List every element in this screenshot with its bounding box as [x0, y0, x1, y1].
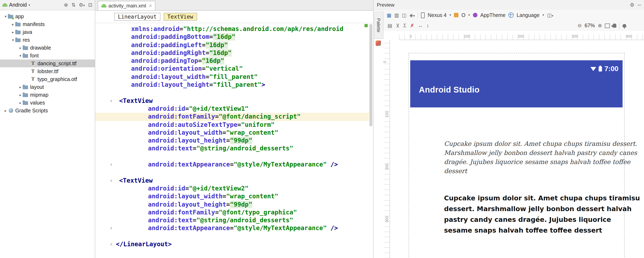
tree-item-gradle-scripts[interactable]: ▸Gradle Scripts [0, 107, 95, 114]
code-line[interactable]: android:paddingRight="16dp" [95, 49, 369, 57]
collapse-all-icon[interactable]: ⇅ [71, 3, 76, 8]
code-line[interactable]: android:layout_height="99dp" [95, 137, 369, 145]
notifications-bell-icon[interactable] [622, 24, 626, 27]
device-selector[interactable]: Nexus 4 [428, 12, 447, 18]
locate-file-icon[interactable]: ⊕ [64, 3, 68, 8]
collapsed-arrow-icon[interactable]: ▸ [18, 85, 23, 89]
device-preview-frame[interactable]: 7:00 Android Studio Cupcake ipsum dolor … [408, 53, 624, 258]
chevron-down-icon[interactable]: ▾ [28, 3, 30, 7]
show-layout-icon[interactable]: ▤ [388, 23, 392, 28]
fold-marker-icon[interactable]: ∨ [110, 97, 112, 105]
orientation-selector[interactable]: O [461, 12, 465, 18]
expand-vertical-icon[interactable]: ↕ [426, 23, 429, 28]
code-line[interactable]: android:id="@+id/textView1" [95, 105, 369, 113]
tree-item-manifests[interactable]: ▸manifests [0, 20, 95, 28]
tree-item-font[interactable]: ▾font [0, 52, 95, 60]
code-line[interactable]: android:text="@string/android_desserts" [95, 216, 369, 224]
code-line[interactable]: ∧</LinearLayout> [95, 240, 369, 248]
code-line[interactable]: android:paddingTop="16dp" [95, 57, 369, 65]
pan-hand-icon[interactable] [613, 24, 616, 28]
collapsed-arrow-icon[interactable]: ▸ [11, 22, 15, 26]
chevron-down-icon[interactable]: ▾ [450, 13, 451, 17]
code-line[interactable] [95, 153, 369, 161]
code-line[interactable]: android:paddingBottom="16dp" [95, 33, 369, 41]
code-line-current[interactable]: android:fontFamily="@font/dancing_script… [95, 113, 369, 121]
tree-item-java[interactable]: ▸java [0, 28, 95, 36]
split-surface-icon[interactable]: ◫ [402, 13, 406, 18]
sum-constraints-icon[interactable]: Σ [403, 23, 406, 28]
design-surface-icon[interactable]: ▦ [387, 13, 392, 18]
clear-constraints-icon[interactable]: ✗ [410, 23, 414, 28]
theme-selector[interactable]: AppTheme [480, 12, 506, 18]
zoom-out-icon[interactable]: ⊖ [578, 23, 582, 28]
code-line[interactable]: xmlns:android="http://schemas.android.co… [95, 25, 369, 33]
breadcrumb-textview[interactable]: TextView [164, 13, 197, 21]
palette-icon[interactable] [376, 41, 381, 46]
tree-item-lobster-ttf[interactable]: Tlobster.ttf [0, 67, 95, 75]
textview1-dancing-script[interactable]: Cupcake ipsum dolor sit. Amet chupa chup… [444, 139, 643, 176]
collapsed-arrow-icon[interactable]: ▸ [18, 93, 23, 97]
tree-item-values[interactable]: ▸values [0, 99, 95, 107]
code-line[interactable]: android:layout_height="fill_parent"> [95, 81, 369, 89]
inspection-status-icon[interactable] [364, 24, 368, 27]
settings-gear-icon[interactable]: ⚙▾ [79, 3, 85, 8]
tree-item-drawable[interactable]: ▸drawable [0, 44, 95, 52]
tree-item-typo-graphica-otf[interactable]: Ttypo_graphica.otf [0, 75, 95, 83]
code-line[interactable]: android:orientation="vertical" [95, 65, 369, 73]
code-line[interactable]: android:id="@+id/textView2" [95, 185, 369, 193]
code-line[interactable]: android:layout_width="fill_parent" [95, 73, 369, 81]
fold-marker-icon[interactable]: ∧ [110, 161, 112, 169]
code-line[interactable]: android:text="@string/android_desserts" [95, 145, 369, 153]
close-tab-icon[interactable]: × [149, 3, 152, 9]
code-line[interactable]: android:fontFamily="@font/typo_graphica" [95, 209, 369, 217]
collapsed-arrow-icon[interactable]: ▸ [11, 30, 15, 34]
code-line[interactable]: android:paddingLeft="16dp" [95, 41, 369, 49]
code-line[interactable]: ∧android:textAppearance="@style/MyTextAp… [95, 161, 369, 169]
preview-settings-gear-icon[interactable]: ⚙ [630, 2, 634, 8]
preview-hide-icon[interactable]: ─ [638, 2, 641, 8]
zoom-in-icon[interactable]: ⊕ [598, 23, 602, 28]
code-line[interactable]: android:layout_width="wrap_content" [95, 193, 369, 201]
code-line[interactable]: android:layout_width="wrap_content" [95, 129, 369, 137]
palette-tab[interactable]: Palette [374, 12, 384, 39]
code-line[interactable]: ∨<TextView [95, 97, 369, 105]
code-line[interactable]: android:autoSizeTextType="uniform" [95, 121, 369, 129]
layout-variant-icon[interactable]: ◫▾ [547, 13, 553, 18]
chevron-down-icon[interactable]: ▾ [542, 13, 544, 17]
editor-scrollbar[interactable] [370, 24, 372, 126]
code-editor[interactable]: xmlns:android="http://schemas.android.co… [95, 23, 369, 248]
tree-item-dancing-script-ttf[interactable]: Tdancing_script.ttf [0, 60, 95, 67]
fold-marker-icon[interactable]: ∨ [110, 177, 112, 185]
tree-item-layout[interactable]: ▸layout [0, 83, 95, 91]
tree-item-mipmap[interactable]: ▸mipmap [0, 91, 95, 99]
tree-item-res[interactable]: ▾res [0, 36, 95, 44]
code-line[interactable] [95, 232, 369, 240]
code-line[interactable]: ∨<TextView [95, 177, 369, 185]
expanded-arrow-icon[interactable]: ▾ [18, 54, 23, 58]
hide-panel-icon[interactable]: ⊡ [88, 3, 92, 8]
tree-item-app[interactable]: ▾app [0, 12, 95, 20]
code-line[interactable] [95, 89, 369, 97]
tab-activity-main-xml[interactable]: activity_main.xml × [98, 1, 156, 10]
collapsed-arrow-icon[interactable]: ▸ [18, 46, 23, 50]
code-line[interactable]: android:layout_height="99dp" [95, 201, 369, 209]
fold-marker-icon[interactable]: ∧ [110, 224, 112, 233]
sort-actions-icon[interactable]: ⊻ [396, 23, 400, 28]
code-line[interactable] [95, 169, 369, 177]
collapsed-arrow-icon[interactable]: ▸ [18, 101, 23, 105]
expanded-arrow-icon[interactable]: ▾ [11, 38, 15, 42]
chevron-down-icon[interactable]: ▾ [468, 13, 470, 17]
textview2-typo-graphica[interactable]: Cupcake ipsum dolor sit. Amet chupa chup… [444, 193, 641, 236]
zoom-to-fit-icon[interactable] [605, 23, 610, 28]
expanded-arrow-icon[interactable]: ▾ [3, 14, 8, 18]
locale-selector[interactable]: Language [516, 12, 540, 18]
blueprint-surface-icon[interactable]: ▥ [394, 13, 399, 18]
fold-marker-icon[interactable]: ∧ [110, 240, 112, 248]
project-view-selector[interactable]: Android [9, 2, 27, 8]
expand-horizontal-icon[interactable]: ↔ [418, 23, 423, 28]
breadcrumb-linearlayout[interactable]: LinearLayout [114, 13, 160, 21]
preview-canvas[interactable]: 7:00 Android Studio Cupcake ipsum dolor … [384, 31, 644, 258]
collapsed-arrow-icon[interactable]: ▸ [3, 108, 8, 112]
code-line[interactable]: ∧android:textAppearance="@style/MyTextAp… [95, 224, 369, 233]
theme-diamond-icon[interactable]: ◈▾ [410, 13, 415, 18]
